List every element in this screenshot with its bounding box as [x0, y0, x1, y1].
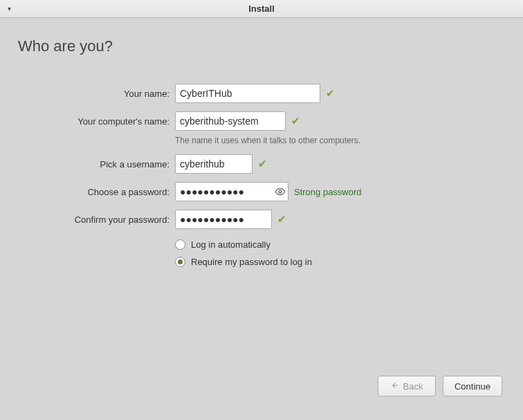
check-icon: ✔ — [277, 213, 286, 226]
confirm-password-input[interactable] — [175, 210, 272, 229]
arrow-left-icon — [391, 381, 399, 392]
name-input[interactable] — [175, 84, 320, 103]
continue-button[interactable]: Continue — [443, 376, 502, 396]
window-title: Install — [0, 3, 523, 14]
radio-label: Require my password to log in — [191, 257, 312, 267]
back-label: Back — [403, 381, 423, 392]
back-button[interactable]: Back — [378, 376, 436, 396]
radio-label: Log in automatically — [191, 239, 270, 250]
password-strength: Strong password — [294, 187, 362, 197]
field-password: Strong password — [175, 182, 362, 201]
field-computer: ✔ — [175, 111, 300, 131]
radio-icon — [175, 257, 185, 267]
row-name: Your name: ✔ — [18, 83, 505, 104]
password-input[interactable] — [176, 183, 273, 201]
row-computer: Your computer's name: ✔ — [18, 111, 505, 131]
radio-auto-login[interactable]: Log in automatically — [18, 239, 505, 250]
page-title: Who are you? — [18, 37, 505, 55]
row-confirm: Confirm your password: ✔ — [18, 209, 505, 230]
label-confirm: Confirm your password: — [18, 214, 175, 225]
radio-icon — [175, 239, 185, 250]
user-form: Your name: ✔ Your computer's name: ✔ The… — [18, 83, 505, 268]
content-area: Who are you? Your name: ✔ Your computer'… — [0, 18, 523, 420]
radio-require-password[interactable]: Require my password to log in — [18, 257, 505, 267]
label-username: Pick a username: — [18, 159, 175, 170]
computer-helper-text: The name it uses when it talks to other … — [18, 136, 505, 145]
window-menu-trigger[interactable]: ▾ — [0, 5, 18, 12]
field-username: ✔ — [175, 154, 267, 174]
install-window: ▾ Install Who are you? Your name: ✔ Your… — [0, 0, 523, 420]
label-password: Choose a password: — [18, 187, 175, 197]
continue-label: Continue — [455, 381, 490, 392]
row-password: Choose a password: Strong password — [18, 181, 505, 202]
label-computer: Your computer's name: — [18, 116, 175, 127]
check-icon: ✔ — [258, 158, 267, 170]
computer-name-input[interactable] — [175, 111, 286, 131]
footer: Back Continue — [18, 370, 505, 413]
check-icon: ✔ — [326, 87, 335, 100]
check-icon: ✔ — [291, 115, 300, 127]
chevron-down-icon: ▾ — [8, 5, 11, 12]
row-username: Pick a username: ✔ — [18, 154, 505, 174]
field-name: ✔ — [175, 84, 335, 103]
titlebar: ▾ Install — [0, 0, 523, 18]
eye-icon[interactable] — [273, 186, 288, 197]
label-name: Your name: — [18, 89, 175, 99]
username-input[interactable] — [175, 154, 253, 174]
field-confirm: ✔ — [175, 210, 286, 229]
svg-point-0 — [279, 190, 282, 193]
password-wrap — [175, 182, 288, 201]
